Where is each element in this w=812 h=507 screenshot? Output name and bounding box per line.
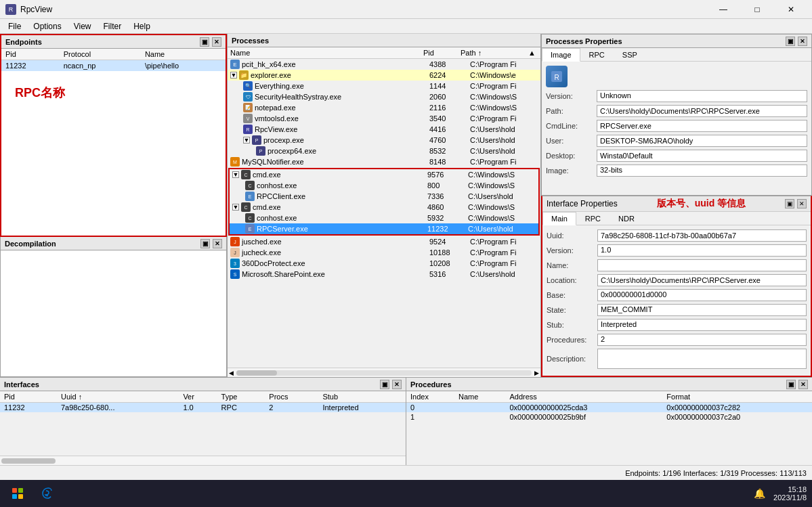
uuid-value[interactable]: [597, 229, 807, 242]
iface-restore-btn[interactable]: ▣: [785, 199, 794, 208]
collapse-btn[interactable]: ▼: [243, 137, 250, 144]
col-uuid[interactable]: Uuid ↑: [57, 391, 179, 403]
desktop-value[interactable]: [597, 150, 807, 162]
table-row[interactable]: 0 0x0000000000025cda3 0x000000000037c282: [406, 403, 812, 413]
decompilation-restore-btn[interactable]: ▣: [200, 239, 210, 248]
col-type[interactable]: Type: [217, 391, 265, 403]
interfaces-table-container[interactable]: Pid Uuid ↑ Ver Type Procs Stub 11232 7a9…: [0, 391, 406, 456]
process-list[interactable]: E pcit_hk_x64.exe 4388 C:\Program Fi ▼ 📁…: [228, 59, 540, 368]
endpoints-close-btn[interactable]: ✕: [212, 37, 221, 47]
tab-rpc[interactable]: RPC: [580, 48, 614, 62]
sharepoint-icon: S: [230, 269, 240, 279]
name-value[interactable]: [597, 259, 807, 271]
iface-controls[interactable]: ▣ ✕: [785, 199, 807, 208]
process-row[interactable]: ▼ P procexp.exe 4760 C:\Users\hold: [228, 135, 540, 146]
collapse-btn[interactable]: ▼: [232, 171, 239, 178]
interfaces-close-btn[interactable]: ✕: [392, 380, 402, 389]
process-row[interactable]: J jusched.exe 9524 C:\Program Fi: [228, 236, 540, 247]
iface-tab-ndr[interactable]: NDR: [610, 212, 643, 225]
proc-props-close-btn[interactable]: ✕: [798, 37, 807, 46]
proc-props-restore-btn[interactable]: ▣: [786, 37, 795, 46]
description-value[interactable]: [597, 349, 807, 369]
horizontal-scrollbar[interactable]: ◀ ▶: [228, 368, 540, 377]
process-row[interactable]: C conhost.exe 5932 C:\Windows\S: [230, 213, 538, 223]
user-value[interactable]: [597, 135, 807, 147]
process-row[interactable]: 3 360DocProtect.exe 10208 C:\Program Fi: [228, 258, 540, 269]
minimize-button[interactable]: —: [708, 3, 739, 16]
endpoints-col-pid[interactable]: Pid: [1, 49, 60, 60]
process-row[interactable]: ▼ C cmd.exe 4860 C:\Windows\S: [230, 202, 538, 213]
endpoints-col-name[interactable]: Name: [141, 49, 226, 60]
iface-close-btn[interactable]: ✕: [797, 199, 807, 208]
col-name[interactable]: Name: [454, 391, 505, 403]
interfaces-controls[interactable]: ▣ ✕: [380, 380, 402, 389]
tab-image[interactable]: Image: [542, 48, 580, 62]
scroll-track[interactable]: [236, 370, 532, 376]
process-row[interactable]: ▼ C cmd.exe 9576 C:\Windows\S: [230, 169, 538, 180]
table-row[interactable]: 11232 7a98c250-680... 1.0 RPC 2 Interpre…: [0, 403, 406, 413]
windows-icon: [12, 488, 23, 499]
endpoints-table-container[interactable]: Pid Protocol Name 11232 ncacn_np \pipe\h…: [1, 49, 226, 236]
close-button[interactable]: ✕: [775, 3, 807, 16]
endpoints-col-protocol[interactable]: Protocol: [60, 49, 141, 60]
col-path[interactable]: Path ↑: [461, 49, 528, 57]
procedures-close-btn[interactable]: ✕: [798, 380, 808, 389]
procedures-table-container[interactable]: Index Name Address Format 0 0x0000000000…: [406, 391, 812, 465]
process-row[interactable]: S Microsoft.SharePoint.exe 5316 C:\Users…: [228, 269, 540, 280]
table-row[interactable]: 11232 ncacn_np \pipe\hello: [1, 60, 226, 72]
location-value[interactable]: [597, 274, 807, 286]
edge-button[interactable]: [35, 481, 60, 506]
process-row[interactable]: 🔍 Everything.exe 1144 C:\Program Fi: [228, 81, 540, 91]
table-row[interactable]: 1 0x0000000000025b9bf 0x000000000037c2a0: [406, 412, 812, 422]
scroll-thumb[interactable]: [236, 370, 277, 376]
collapse-btn[interactable]: ▼: [232, 204, 239, 211]
interfaces-scrollbar[interactable]: [0, 456, 406, 465]
process-row[interactable]: J jucheck.exe 10188 C:\Program Fi: [228, 247, 540, 258]
decompilation-controls[interactable]: ▣ ✕: [200, 239, 222, 248]
col-format[interactable]: Format: [662, 391, 812, 403]
process-row[interactable]: 📝 notepad.exe 2116 C:\Windows\S: [228, 102, 540, 113]
collapse-btn[interactable]: ▼: [230, 72, 237, 79]
process-row[interactable]: R RpcView.exe 4416 C:\Users\hold: [228, 124, 540, 135]
start-button[interactable]: [5, 481, 30, 506]
decompilation-close-btn[interactable]: ✕: [213, 239, 222, 248]
col-procs[interactable]: Procs: [265, 391, 318, 403]
endpoints-controls[interactable]: ▣ ✕: [200, 37, 221, 47]
procedures-controls[interactable]: ▣ ✕: [786, 380, 808, 389]
col-ver[interactable]: Ver: [179, 391, 217, 403]
menu-help[interactable]: Help: [128, 20, 156, 32]
col-pid[interactable]: Pid: [0, 391, 57, 403]
path-value[interactable]: [597, 105, 807, 117]
process-row[interactable]: 🛡 SecurityHealthSystray.exe 2060 C:\Wind…: [228, 91, 540, 102]
cmdline-value[interactable]: [597, 120, 807, 132]
col-address[interactable]: Address: [505, 391, 662, 403]
titlebar-controls[interactable]: — □ ✕: [708, 3, 807, 16]
col-index[interactable]: Index: [406, 391, 454, 403]
proc-props-controls[interactable]: ▣ ✕: [786, 37, 807, 46]
process-row[interactable]: M MySQLNotifier.exe 8148 C:\Program Fi: [228, 156, 540, 167]
menu-view[interactable]: View: [68, 20, 97, 32]
process-row[interactable]: E pcit_hk_x64.exe 4388 C:\Program Fi: [228, 59, 540, 70]
iface-tab-rpc[interactable]: RPC: [576, 212, 610, 225]
menu-options[interactable]: Options: [28, 20, 66, 32]
interfaces-scroll-thumb[interactable]: [1, 458, 56, 464]
process-row[interactable]: E RPCServer.exe 11232 C:\Users\hold: [230, 223, 538, 234]
iface-tab-main[interactable]: Main: [542, 212, 576, 225]
process-row[interactable]: E RPCClient.exe 7336 C:\Users\hold: [230, 191, 538, 202]
process-row[interactable]: C conhost.exe 800 C:\Windows\S: [230, 180, 538, 191]
menu-filter[interactable]: Filter: [98, 20, 127, 32]
tab-ssp[interactable]: SSP: [614, 48, 646, 62]
process-row[interactable]: ▼ 📁 explorer.exe 6224 C:\Windows\e: [228, 70, 540, 81]
maximize-button[interactable]: □: [742, 3, 773, 16]
col-stub[interactable]: Stub: [318, 391, 406, 403]
scroll-left-btn[interactable]: ◀: [229, 370, 234, 376]
taskbar-notification[interactable]: 🔔: [754, 488, 765, 499]
menu-file[interactable]: File: [3, 20, 26, 32]
scroll-right-btn[interactable]: ▶: [534, 370, 539, 376]
process-path: C:\Program Fi: [470, 158, 538, 166]
procedures-restore-btn[interactable]: ▣: [786, 380, 796, 389]
interfaces-restore-btn[interactable]: ▣: [380, 380, 389, 389]
process-row[interactable]: P procexp64.exe 8532 C:\Users\hold: [228, 146, 540, 156]
process-row[interactable]: V vmtoolsd.exe 3540 C:\Program Fi: [228, 113, 540, 124]
endpoints-restore-btn[interactable]: ▣: [200, 37, 209, 47]
